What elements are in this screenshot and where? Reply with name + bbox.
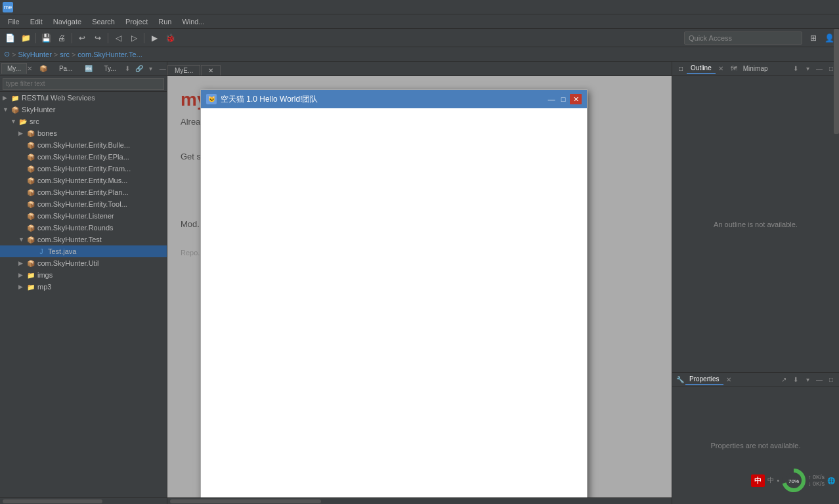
close-properties-icon[interactable]: ✕ [723,375,734,385]
menu-file[interactable]: File [3,16,25,27]
tree-item-testjava[interactable]: J Test.java [0,245,167,257]
tree-item-entity-plan[interactable]: 📦 com.SkyHunter.Entity.Plan... [0,186,167,198]
expand-icon: ▶ [18,130,26,136]
tree-item-util[interactable]: ▶ 📦 com.SkyHunter.Util [0,257,167,269]
tree-item-mp3[interactable]: ▶ 📁 mp3 [0,281,167,293]
breadcrumb-src[interactable]: src [60,51,70,58]
properties-message: Properties are not available. [711,442,801,450]
tab-pa[interactable]: 📦 [33,63,53,74]
editor-h-scrollbar[interactable] [167,497,672,504]
filter-input[interactable] [3,78,164,90]
dialog-restore-button[interactable]: □ [558,94,569,104]
tree-item-bones[interactable]: ▶ 📦 bones [0,127,167,139]
tree-item-test[interactable]: ▼ 📦 com.SkyHunter.Test [0,234,167,245]
link-editor-icon[interactable]: 🔗 [134,64,144,74]
properties-menu-icon[interactable]: ▾ [802,375,813,385]
dialog-minimize-button[interactable]: — [546,94,557,104]
tab-ty[interactable]: 🔤 [79,63,98,74]
ip-v-scrollbar[interactable] [834,29,839,134]
tree-item-entity-mus[interactable]: 📦 com.SkyHunter.Entity.Mus... [0,175,167,186]
tree-label: com.SkyHunter.Rounds [37,224,114,232]
breadcrumb-skyhunter[interactable]: SkyHunter [18,51,51,58]
tree-item-listener[interactable]: 📦 com.SkyHunter.Listener [0,210,167,222]
tree-item-src[interactable]: ▼ 📂 src [0,116,167,127]
tree-label: mp3 [37,283,51,291]
package-icon: 📦 [26,200,35,209]
filter-box[interactable] [0,76,167,92]
outline-tab-bar: □ Outline ✕ 🗺 Minimap ⬇ ▾ — □ [672,62,839,76]
editor-tab-bar: MyE... ✕ [167,62,672,76]
perspective-button[interactable]: ⊞ [806,31,821,45]
sys-tray: 中 中 • 70% ↑ 0K/s ↓ 0K/s 🌐 [747,469,839,492]
toolbar-sep-3 [108,33,108,43]
close-outline-icon[interactable]: ✕ [716,64,726,74]
tree-label: RESTful Web Services [22,94,95,102]
center-panel: MyE... ✕ myc Alrea... Get s... Mod... Re… [167,62,672,504]
tree-label: com.SkyHunter.Entity.Fram... [37,165,131,173]
print-button[interactable]: 🖨 [54,31,69,45]
back-button[interactable]: ◁ [111,31,125,45]
dialog-controls: — □ ✕ [546,94,582,104]
menu-search[interactable]: Search [87,16,120,27]
breadcrumb-class[interactable]: com.SkyHunter.Te... [77,51,142,58]
tab-pa-label[interactable]: Pa... [53,63,79,74]
tab-ty-label[interactable]: Ty... [98,63,122,74]
tree-item-entity-eplan[interactable]: 📦 com.SkyHunter.Entity.EPla... [0,151,167,163]
outline-actions: ⬇ ▾ — □ [790,64,836,74]
properties-action-2[interactable]: ⬇ [790,375,801,385]
package-icon: 📦 [26,223,35,232]
minimize-panel-icon[interactable]: — [158,64,168,74]
breadcrumb-root[interactable]: ⊙ [4,50,10,58]
expand-icon: ▼ [11,118,18,125]
outline-action-2[interactable]: ▾ [802,64,813,74]
outline-action-1[interactable]: ⬇ [790,64,801,74]
tree-item-entity-tool[interactable]: 📦 com.SkyHunter.Entity.Tool... [0,198,167,210]
tree-h-scrollbar[interactable] [0,497,167,504]
tab-my[interactable]: My... [1,63,27,74]
maximize-properties-icon[interactable]: □ [826,375,836,385]
minimize-properties-icon[interactable]: — [814,375,825,385]
panel-menu-icon[interactable]: ▾ [146,64,156,74]
open-button[interactable]: 📁 [18,31,33,45]
tree-item-entity-bulle[interactable]: 📦 com.SkyHunter.Entity.Bulle... [0,139,167,151]
properties-open-icon[interactable]: ↗ [779,375,789,385]
close-tab-icon[interactable]: ✕ [27,64,32,74]
debug-button[interactable]: 🐞 [163,31,177,45]
toolbar-sep-2 [72,33,72,43]
tree-label: imgs [37,271,53,279]
run-button[interactable]: ▶ [147,31,161,45]
dialog-title: 空天猫 1.0 Hello World!团队 [221,94,546,105]
tree-item-imgs[interactable]: ▶ 📁 imgs [0,269,167,281]
menu-project[interactable]: Project [120,16,153,27]
tray-network-icon[interactable]: 🌐 [827,477,835,484]
menu-edit[interactable]: Edit [25,16,48,27]
tab-mye[interactable]: MyE... [167,65,200,75]
dialog-close-button[interactable]: ✕ [570,94,582,104]
ime-button[interactable]: 中 [751,474,765,487]
main-toolbar: 📄 📁 💾 🖨 ↩ ↪ ◁ ▷ ▶ 🐞 Quick Access ⊞ 👤 [0,29,839,47]
collapse-all-icon[interactable]: ⬇ [122,64,133,74]
menu-run[interactable]: Run [153,16,177,27]
forward-button[interactable]: ▷ [127,31,141,45]
outline-message: An outline is not available. [714,220,798,228]
tab-minimap[interactable]: Minimap [739,64,772,74]
network-stats: ↑ 0K/s ↓ 0K/s [808,474,825,487]
save-button[interactable]: 💾 [39,31,53,45]
quick-access-box[interactable]: Quick Access [684,32,802,45]
tree-item-restful[interactable]: ▶ 📁 RESTful Web Services [0,92,167,104]
tab-close-1[interactable]: ✕ [201,65,221,75]
tree-item-rounds[interactable]: 📦 com.SkyHunter.Rounds [0,222,167,234]
tree-item-skyhunter[interactable]: ▼ 📦 SkyHunter [0,104,167,116]
outline-panel: □ Outline ✕ 🗺 Minimap ⬇ ▾ — □ An outline… [672,62,839,373]
folder-icon: 📁 [11,93,20,102]
minimize-outline-icon[interactable]: — [814,64,825,74]
undo-button[interactable]: ↩ [75,31,89,45]
menu-window[interactable]: Wind... [177,16,209,27]
redo-button[interactable]: ↪ [91,31,105,45]
tab-properties[interactable]: Properties [685,374,723,385]
menu-navigate[interactable]: Navigate [48,16,87,27]
new-button[interactable]: 📄 [3,31,17,45]
tree-item-entity-fram[interactable]: 📦 com.SkyHunter.Entity.Fram... [0,163,167,175]
tab-outline[interactable]: Outline [687,63,716,74]
toolbar-sep-4 [144,33,144,43]
